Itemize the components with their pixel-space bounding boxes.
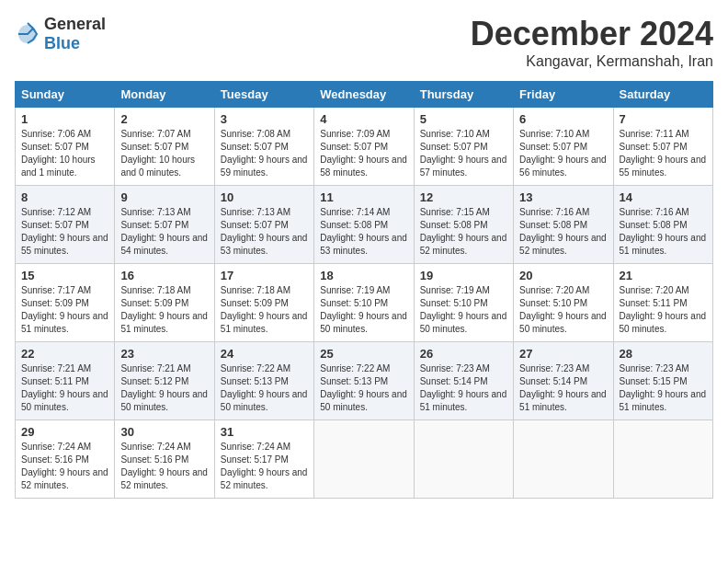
table-row bbox=[613, 420, 712, 499]
table-row: 3Sunrise: 7:08 AM Sunset: 5:07 PM Daylig… bbox=[214, 108, 313, 186]
week-row-5: 29Sunrise: 7:24 AM Sunset: 5:16 PM Dayli… bbox=[16, 420, 713, 499]
table-row: 19Sunrise: 7:19 AM Sunset: 5:10 PM Dayli… bbox=[414, 264, 513, 342]
table-row: 22Sunrise: 7:21 AM Sunset: 5:11 PM Dayli… bbox=[16, 342, 115, 420]
table-row: 7Sunrise: 7:11 AM Sunset: 5:07 PM Daylig… bbox=[613, 108, 712, 186]
header-wednesday: Wednesday bbox=[314, 82, 414, 108]
header-saturday: Saturday bbox=[613, 82, 712, 108]
day-cell-1: 1Sunrise: 7:06 AM Sunset: 5:07 PM Daylig… bbox=[16, 108, 115, 186]
table-row: 6Sunrise: 7:10 AM Sunset: 5:07 PM Daylig… bbox=[514, 108, 613, 186]
table-row bbox=[414, 420, 513, 499]
logo: General Blue bbox=[15, 15, 106, 53]
table-row: 21Sunrise: 7:20 AM Sunset: 5:11 PM Dayli… bbox=[613, 264, 712, 342]
table-row: 27Sunrise: 7:23 AM Sunset: 5:14 PM Dayli… bbox=[514, 342, 613, 420]
table-row: 26Sunrise: 7:23 AM Sunset: 5:14 PM Dayli… bbox=[414, 342, 513, 420]
week-row-4: 22Sunrise: 7:21 AM Sunset: 5:11 PM Dayli… bbox=[16, 342, 713, 420]
table-row: 30Sunrise: 7:24 AM Sunset: 5:16 PM Dayli… bbox=[115, 420, 214, 499]
table-row: 29Sunrise: 7:24 AM Sunset: 5:16 PM Dayli… bbox=[16, 420, 115, 499]
table-row: 2Sunrise: 7:07 AM Sunset: 5:07 PM Daylig… bbox=[115, 108, 214, 186]
table-row: 17Sunrise: 7:18 AM Sunset: 5:09 PM Dayli… bbox=[214, 264, 313, 342]
table-row: 13Sunrise: 7:16 AM Sunset: 5:08 PM Dayli… bbox=[514, 186, 613, 264]
table-row: 16Sunrise: 7:18 AM Sunset: 5:09 PM Dayli… bbox=[115, 264, 214, 342]
header-thursday: Thursday bbox=[414, 82, 513, 108]
table-row: 10Sunrise: 7:13 AM Sunset: 5:07 PM Dayli… bbox=[214, 186, 313, 264]
header-row: Sunday Monday Tuesday Wednesday Thursday… bbox=[16, 82, 713, 108]
table-row: 12Sunrise: 7:15 AM Sunset: 5:08 PM Dayli… bbox=[414, 186, 513, 264]
logo-general: General bbox=[44, 15, 106, 33]
table-row: 20Sunrise: 7:20 AM Sunset: 5:10 PM Dayli… bbox=[514, 264, 613, 342]
location-title: Kangavar, Kermanshah, Iran bbox=[471, 53, 713, 70]
table-row bbox=[514, 420, 613, 499]
header-monday: Monday bbox=[115, 82, 214, 108]
header-tuesday: Tuesday bbox=[214, 82, 313, 108]
month-title: December 2024 bbox=[471, 15, 713, 53]
calendar-table: Sunday Monday Tuesday Wednesday Thursday… bbox=[15, 81, 713, 499]
table-row: 18Sunrise: 7:19 AM Sunset: 5:10 PM Dayli… bbox=[314, 264, 414, 342]
table-row: 25Sunrise: 7:22 AM Sunset: 5:13 PM Dayli… bbox=[314, 342, 414, 420]
table-row: 14Sunrise: 7:16 AM Sunset: 5:08 PM Dayli… bbox=[613, 186, 712, 264]
table-row: 24Sunrise: 7:22 AM Sunset: 5:13 PM Dayli… bbox=[214, 342, 313, 420]
table-row: 11Sunrise: 7:14 AM Sunset: 5:08 PM Dayli… bbox=[314, 186, 414, 264]
table-row: 31Sunrise: 7:24 AM Sunset: 5:17 PM Dayli… bbox=[214, 420, 313, 499]
table-row: 8Sunrise: 7:12 AM Sunset: 5:07 PM Daylig… bbox=[16, 186, 115, 264]
header-sunday: Sunday bbox=[16, 82, 115, 108]
table-row: 23Sunrise: 7:21 AM Sunset: 5:12 PM Dayli… bbox=[115, 342, 214, 420]
header-friday: Friday bbox=[514, 82, 613, 108]
table-row: 9Sunrise: 7:13 AM Sunset: 5:07 PM Daylig… bbox=[115, 186, 214, 264]
title-block: December 2024 Kangavar, Kermanshah, Iran bbox=[471, 15, 713, 70]
table-row: 28Sunrise: 7:23 AM Sunset: 5:15 PM Dayli… bbox=[613, 342, 712, 420]
logo-blue: Blue bbox=[44, 34, 80, 52]
logo-wordmark: General Blue bbox=[44, 15, 106, 53]
page-header: General Blue December 2024 Kangavar, Ker… bbox=[15, 15, 713, 70]
logo-icon bbox=[15, 21, 40, 47]
table-row: 15Sunrise: 7:17 AM Sunset: 5:09 PM Dayli… bbox=[16, 264, 115, 342]
week-row-2: 8Sunrise: 7:12 AM Sunset: 5:07 PM Daylig… bbox=[16, 186, 713, 264]
table-row: 4Sunrise: 7:09 AM Sunset: 5:07 PM Daylig… bbox=[314, 108, 414, 186]
table-row bbox=[314, 420, 414, 499]
week-row-3: 15Sunrise: 7:17 AM Sunset: 5:09 PM Dayli… bbox=[16, 264, 713, 342]
week-row-1: 1Sunrise: 7:06 AM Sunset: 5:07 PM Daylig… bbox=[16, 108, 713, 186]
table-row: 5Sunrise: 7:10 AM Sunset: 5:07 PM Daylig… bbox=[414, 108, 513, 186]
